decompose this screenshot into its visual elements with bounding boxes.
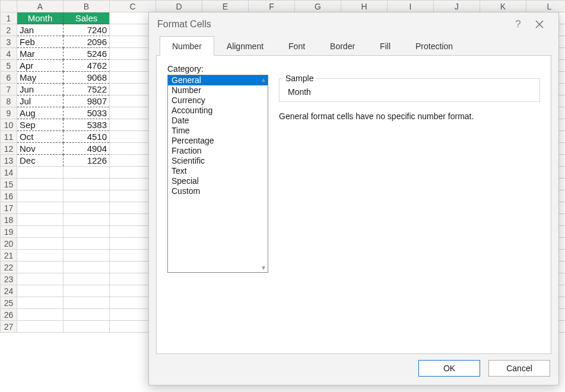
row-header[interactable]: 27 (1, 321, 17, 333)
cell[interactable] (17, 250, 64, 262)
row-header[interactable]: 7 (1, 84, 17, 95)
cell[interactable]: 1226 (64, 155, 110, 167)
row-header[interactable]: 14 (1, 167, 17, 179)
cell[interactable]: 5033 (64, 107, 110, 119)
cell[interactable] (17, 321, 64, 333)
column-header[interactable]: J (434, 1, 480, 12)
cell[interactable]: Feb (17, 36, 64, 48)
row-header[interactable]: 20 (1, 238, 17, 250)
row-header[interactable]: 17 (1, 202, 17, 214)
cell[interactable]: 5383 (64, 119, 110, 131)
scroll-up-icon[interactable]: ▲ (261, 77, 266, 83)
row-header[interactable]: 23 (1, 273, 17, 285)
row-header[interactable]: 6 (1, 72, 17, 84)
column-header[interactable]: D (156, 1, 202, 12)
category-item[interactable]: General (168, 75, 268, 85)
row-header[interactable]: 24 (1, 285, 17, 297)
column-header[interactable]: E (202, 1, 249, 12)
column-header[interactable]: K (480, 1, 526, 12)
row-header[interactable]: 2 (1, 24, 17, 36)
cell[interactable]: 9807 (64, 95, 110, 107)
row-header[interactable]: 26 (1, 309, 17, 321)
tab-font[interactable]: Font (276, 36, 318, 56)
cell[interactable] (64, 250, 110, 262)
column-header[interactable]: C (110, 1, 156, 12)
category-item[interactable]: Time (168, 126, 268, 136)
cell[interactable] (17, 214, 64, 226)
category-item[interactable]: Text (168, 166, 268, 176)
row-header[interactable]: 5 (1, 60, 17, 72)
cell[interactable]: May (17, 72, 64, 84)
row-header[interactable]: 22 (1, 262, 17, 273)
cell[interactable]: 5246 (64, 48, 110, 60)
column-header[interactable]: I (388, 1, 434, 12)
cell[interactable] (17, 262, 64, 273)
row-header[interactable]: 3 (1, 36, 17, 48)
cell[interactable]: Dec (17, 155, 64, 167)
cell[interactable]: Nov (17, 143, 64, 155)
cell[interactable]: 7240 (64, 24, 110, 36)
cell[interactable] (64, 273, 110, 285)
category-item[interactable]: Fraction (168, 146, 268, 156)
cell[interactable] (17, 273, 64, 285)
tab-border[interactable]: Border (318, 36, 367, 56)
cell[interactable] (17, 190, 64, 202)
row-header[interactable]: 13 (1, 155, 17, 167)
cell[interactable] (64, 321, 110, 333)
cell[interactable]: 4762 (64, 60, 110, 72)
tab-protection[interactable]: Protection (403, 36, 465, 56)
row-header[interactable]: 1 (1, 12, 17, 24)
cell[interactable]: 2096 (64, 36, 110, 48)
cell[interactable] (17, 297, 64, 309)
category-item[interactable]: Percentage (168, 136, 268, 146)
cell[interactable]: Jul (17, 95, 64, 107)
scroll-down-icon[interactable]: ▼ (261, 264, 266, 271)
cell[interactable] (64, 179, 110, 190)
ok-button[interactable]: OK (418, 360, 480, 377)
cell[interactable] (64, 309, 110, 321)
cell[interactable] (64, 238, 110, 250)
cell[interactable]: 4904 (64, 143, 110, 155)
cell[interactable]: 9068 (64, 72, 110, 84)
category-item[interactable]: Currency (168, 95, 268, 106)
category-item[interactable]: Custom (168, 186, 268, 196)
cell[interactable] (64, 285, 110, 297)
cell[interactable] (17, 167, 64, 179)
tab-number[interactable]: Number (160, 36, 214, 56)
cell[interactable] (64, 262, 110, 273)
row-header[interactable]: 21 (1, 250, 17, 262)
category-item[interactable]: Scientific (168, 156, 268, 166)
row-header[interactable]: 16 (1, 190, 17, 202)
dialog-titlebar[interactable]: Format Cells ? (149, 12, 558, 36)
row-header[interactable]: 19 (1, 226, 17, 238)
category-item[interactable]: Date (168, 116, 268, 126)
cell[interactable]: 4510 (64, 131, 110, 143)
cell[interactable] (64, 167, 110, 179)
row-header[interactable]: 10 (1, 119, 17, 131)
cell[interactable]: Aug (17, 107, 64, 119)
category-item[interactable]: Number (168, 85, 268, 95)
column-header[interactable]: G (295, 1, 341, 12)
close-button[interactable] (529, 20, 550, 28)
row-header[interactable]: 12 (1, 143, 17, 155)
category-item[interactable]: Accounting (168, 106, 268, 116)
row-header[interactable]: 9 (1, 107, 17, 119)
column-header[interactable]: L (526, 1, 566, 12)
cell[interactable] (64, 202, 110, 214)
row-header[interactable]: 4 (1, 48, 17, 60)
category-item[interactable]: Special (168, 176, 268, 186)
cell[interactable] (17, 309, 64, 321)
cell[interactable] (17, 179, 64, 190)
help-button[interactable]: ? (507, 18, 529, 30)
cell[interactable]: 7522 (64, 84, 110, 95)
row-header[interactable]: 11 (1, 131, 17, 143)
column-header[interactable]: B (64, 1, 110, 12)
row-header[interactable]: 15 (1, 179, 17, 190)
cell[interactable] (17, 285, 64, 297)
row-header[interactable]: 8 (1, 95, 17, 107)
row-header[interactable]: 25 (1, 297, 17, 309)
cell[interactable]: Sales (64, 12, 110, 24)
cell[interactable] (17, 202, 64, 214)
cell[interactable] (17, 226, 64, 238)
cell[interactable] (64, 297, 110, 309)
